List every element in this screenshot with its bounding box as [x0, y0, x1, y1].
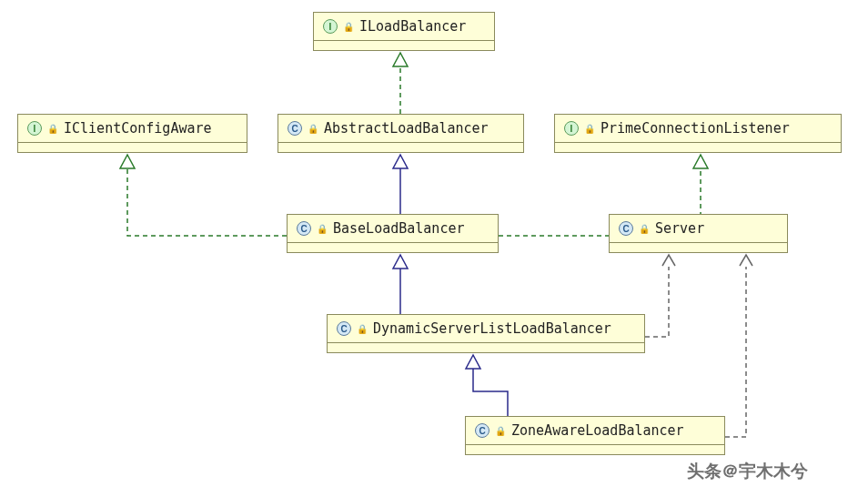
class-icon: C	[288, 121, 302, 136]
arrowhead	[740, 255, 752, 266]
lock-icon: 🔒	[317, 224, 328, 234]
arrowhead	[120, 155, 135, 168]
class-label: IClientConfigAware	[64, 120, 212, 137]
lock-icon: 🔒	[584, 124, 595, 134]
class-label: ILoadBalancer	[359, 18, 466, 35]
interface-icon: I	[323, 19, 338, 34]
class-dynamicserverlistloadbalancer: C 🔒 DynamicServerListLoadBalancer	[327, 314, 645, 353]
arrowhead	[662, 255, 675, 266]
class-abstractloadbalancer: C 🔒 AbstractLoadBalancer	[278, 114, 524, 153]
lock-icon: 🔒	[308, 124, 318, 134]
class-icon: C	[475, 423, 490, 438]
interface-icon: I	[27, 121, 42, 136]
class-label: PrimeConnectionListener	[601, 120, 790, 137]
class-icon: C	[297, 221, 311, 236]
lock-icon: 🔒	[343, 22, 354, 32]
arrowhead	[466, 355, 480, 369]
interface-icon: I	[564, 121, 579, 136]
arrow-dependency	[645, 267, 669, 337]
class-iloadbalancer: I 🔒 ILoadBalancer	[313, 12, 495, 51]
arrowhead	[393, 155, 408, 168]
class-iclientconfigaware: I 🔒 IClientConfigAware	[17, 114, 247, 153]
class-icon: C	[337, 321, 351, 336]
class-primeconnectionlistener: I 🔒 PrimeConnectionListener	[554, 114, 842, 153]
class-label: Server	[655, 220, 704, 237]
arrow-extends	[473, 369, 508, 416]
class-label: DynamicServerListLoadBalancer	[373, 320, 611, 337]
class-zoneawareloadbalancer: C 🔒 ZoneAwareLoadBalancer	[465, 416, 725, 455]
arrowhead	[393, 255, 408, 269]
class-baseloadbalancer: C 🔒 BaseLoadBalancer	[287, 214, 499, 253]
class-icon: C	[619, 221, 633, 236]
class-label: BaseLoadBalancer	[333, 220, 465, 237]
lock-icon: 🔒	[47, 124, 58, 134]
watermark: 头条＠宇木木兮	[687, 460, 808, 483]
class-server: C 🔒 Server	[609, 214, 788, 253]
arrowhead	[393, 53, 408, 66]
lock-icon: 🔒	[357, 324, 368, 334]
arrow-implements	[127, 168, 287, 236]
arrow-dependency	[725, 267, 746, 437]
arrowhead	[693, 155, 708, 168]
lock-icon: 🔒	[495, 426, 506, 436]
class-label: ZoneAwareLoadBalancer	[511, 422, 684, 439]
lock-icon: 🔒	[639, 224, 650, 234]
class-label: AbstractLoadBalancer	[324, 120, 489, 137]
